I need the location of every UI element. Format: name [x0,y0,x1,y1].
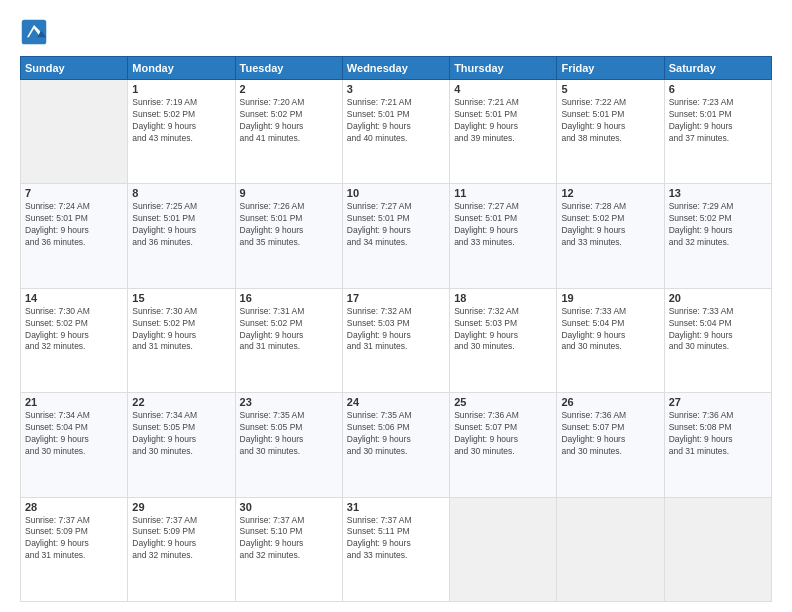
day-info: Sunrise: 7:35 AM Sunset: 5:06 PM Dayligh… [347,410,445,458]
day-info: Sunrise: 7:37 AM Sunset: 5:11 PM Dayligh… [347,515,445,563]
calendar-cell: 26Sunrise: 7:36 AM Sunset: 5:07 PM Dayli… [557,393,664,497]
calendar-cell [557,497,664,601]
day-number: 30 [240,501,338,513]
calendar-cell: 9Sunrise: 7:26 AM Sunset: 5:01 PM Daylig… [235,184,342,288]
calendar-body: 1Sunrise: 7:19 AM Sunset: 5:02 PM Daylig… [21,80,772,602]
day-number: 17 [347,292,445,304]
calendar-cell: 21Sunrise: 7:34 AM Sunset: 5:04 PM Dayli… [21,393,128,497]
day-number: 31 [347,501,445,513]
calendar-cell: 14Sunrise: 7:30 AM Sunset: 5:02 PM Dayli… [21,288,128,392]
calendar-cell: 29Sunrise: 7:37 AM Sunset: 5:09 PM Dayli… [128,497,235,601]
calendar-week-row: 14Sunrise: 7:30 AM Sunset: 5:02 PM Dayli… [21,288,772,392]
day-info: Sunrise: 7:29 AM Sunset: 5:02 PM Dayligh… [669,201,767,249]
logo [20,18,52,46]
day-number: 25 [454,396,552,408]
weekday-header: Saturday [664,57,771,80]
calendar-cell [664,497,771,601]
weekday-header: Sunday [21,57,128,80]
calendar-cell: 5Sunrise: 7:22 AM Sunset: 5:01 PM Daylig… [557,80,664,184]
calendar-cell: 2Sunrise: 7:20 AM Sunset: 5:02 PM Daylig… [235,80,342,184]
day-number: 20 [669,292,767,304]
day-number: 15 [132,292,230,304]
day-number: 11 [454,187,552,199]
day-info: Sunrise: 7:26 AM Sunset: 5:01 PM Dayligh… [240,201,338,249]
day-info: Sunrise: 7:34 AM Sunset: 5:05 PM Dayligh… [132,410,230,458]
day-info: Sunrise: 7:37 AM Sunset: 5:10 PM Dayligh… [240,515,338,563]
calendar-cell: 31Sunrise: 7:37 AM Sunset: 5:11 PM Dayli… [342,497,449,601]
calendar-cell: 18Sunrise: 7:32 AM Sunset: 5:03 PM Dayli… [450,288,557,392]
day-info: Sunrise: 7:37 AM Sunset: 5:09 PM Dayligh… [132,515,230,563]
day-number: 22 [132,396,230,408]
day-number: 8 [132,187,230,199]
day-number: 16 [240,292,338,304]
calendar-table: SundayMondayTuesdayWednesdayThursdayFrid… [20,56,772,602]
calendar-header-row: SundayMondayTuesdayWednesdayThursdayFrid… [21,57,772,80]
header [20,18,772,46]
day-number: 5 [561,83,659,95]
day-number: 23 [240,396,338,408]
day-number: 12 [561,187,659,199]
day-info: Sunrise: 7:27 AM Sunset: 5:01 PM Dayligh… [347,201,445,249]
calendar-cell: 22Sunrise: 7:34 AM Sunset: 5:05 PM Dayli… [128,393,235,497]
day-info: Sunrise: 7:32 AM Sunset: 5:03 PM Dayligh… [347,306,445,354]
calendar-cell: 28Sunrise: 7:37 AM Sunset: 5:09 PM Dayli… [21,497,128,601]
logo-icon [20,18,48,46]
day-info: Sunrise: 7:30 AM Sunset: 5:02 PM Dayligh… [132,306,230,354]
calendar-cell: 6Sunrise: 7:23 AM Sunset: 5:01 PM Daylig… [664,80,771,184]
day-number: 10 [347,187,445,199]
page: SundayMondayTuesdayWednesdayThursdayFrid… [0,0,792,612]
calendar-cell: 4Sunrise: 7:21 AM Sunset: 5:01 PM Daylig… [450,80,557,184]
day-number: 1 [132,83,230,95]
day-info: Sunrise: 7:36 AM Sunset: 5:08 PM Dayligh… [669,410,767,458]
day-info: Sunrise: 7:25 AM Sunset: 5:01 PM Dayligh… [132,201,230,249]
day-info: Sunrise: 7:23 AM Sunset: 5:01 PM Dayligh… [669,97,767,145]
weekday-header: Monday [128,57,235,80]
day-number: 21 [25,396,123,408]
calendar-cell [21,80,128,184]
calendar-cell: 10Sunrise: 7:27 AM Sunset: 5:01 PM Dayli… [342,184,449,288]
weekday-header: Thursday [450,57,557,80]
day-info: Sunrise: 7:27 AM Sunset: 5:01 PM Dayligh… [454,201,552,249]
calendar-cell: 3Sunrise: 7:21 AM Sunset: 5:01 PM Daylig… [342,80,449,184]
calendar-week-row: 7Sunrise: 7:24 AM Sunset: 5:01 PM Daylig… [21,184,772,288]
calendar-cell: 20Sunrise: 7:33 AM Sunset: 5:04 PM Dayli… [664,288,771,392]
day-info: Sunrise: 7:22 AM Sunset: 5:01 PM Dayligh… [561,97,659,145]
day-number: 18 [454,292,552,304]
day-info: Sunrise: 7:31 AM Sunset: 5:02 PM Dayligh… [240,306,338,354]
day-number: 7 [25,187,123,199]
calendar-cell [450,497,557,601]
day-info: Sunrise: 7:32 AM Sunset: 5:03 PM Dayligh… [454,306,552,354]
calendar-cell: 19Sunrise: 7:33 AM Sunset: 5:04 PM Dayli… [557,288,664,392]
calendar-cell: 27Sunrise: 7:36 AM Sunset: 5:08 PM Dayli… [664,393,771,497]
day-info: Sunrise: 7:35 AM Sunset: 5:05 PM Dayligh… [240,410,338,458]
day-number: 14 [25,292,123,304]
calendar-cell: 1Sunrise: 7:19 AM Sunset: 5:02 PM Daylig… [128,80,235,184]
calendar-cell: 12Sunrise: 7:28 AM Sunset: 5:02 PM Dayli… [557,184,664,288]
calendar-cell: 25Sunrise: 7:36 AM Sunset: 5:07 PM Dayli… [450,393,557,497]
day-number: 3 [347,83,445,95]
calendar-cell: 8Sunrise: 7:25 AM Sunset: 5:01 PM Daylig… [128,184,235,288]
day-number: 19 [561,292,659,304]
calendar-week-row: 1Sunrise: 7:19 AM Sunset: 5:02 PM Daylig… [21,80,772,184]
day-info: Sunrise: 7:21 AM Sunset: 5:01 PM Dayligh… [347,97,445,145]
calendar-week-row: 28Sunrise: 7:37 AM Sunset: 5:09 PM Dayli… [21,497,772,601]
day-info: Sunrise: 7:30 AM Sunset: 5:02 PM Dayligh… [25,306,123,354]
weekday-header: Tuesday [235,57,342,80]
calendar-cell: 11Sunrise: 7:27 AM Sunset: 5:01 PM Dayli… [450,184,557,288]
day-number: 2 [240,83,338,95]
day-info: Sunrise: 7:20 AM Sunset: 5:02 PM Dayligh… [240,97,338,145]
day-info: Sunrise: 7:21 AM Sunset: 5:01 PM Dayligh… [454,97,552,145]
day-number: 6 [669,83,767,95]
day-info: Sunrise: 7:24 AM Sunset: 5:01 PM Dayligh… [25,201,123,249]
day-info: Sunrise: 7:33 AM Sunset: 5:04 PM Dayligh… [561,306,659,354]
day-info: Sunrise: 7:34 AM Sunset: 5:04 PM Dayligh… [25,410,123,458]
day-number: 29 [132,501,230,513]
calendar-cell: 13Sunrise: 7:29 AM Sunset: 5:02 PM Dayli… [664,184,771,288]
calendar-cell: 15Sunrise: 7:30 AM Sunset: 5:02 PM Dayli… [128,288,235,392]
day-number: 28 [25,501,123,513]
day-info: Sunrise: 7:36 AM Sunset: 5:07 PM Dayligh… [561,410,659,458]
weekday-header: Friday [557,57,664,80]
calendar-cell: 7Sunrise: 7:24 AM Sunset: 5:01 PM Daylig… [21,184,128,288]
calendar-cell: 23Sunrise: 7:35 AM Sunset: 5:05 PM Dayli… [235,393,342,497]
calendar-cell: 24Sunrise: 7:35 AM Sunset: 5:06 PM Dayli… [342,393,449,497]
